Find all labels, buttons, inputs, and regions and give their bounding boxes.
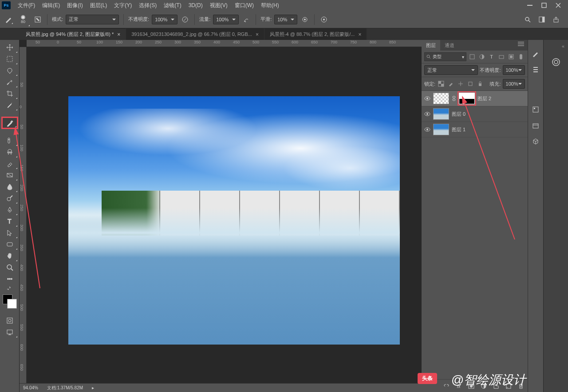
ruler-vertical[interactable]: 50 0 50 100 150 200 250 300 350 400 450 …: [20, 47, 27, 392]
gradient-tool[interactable]: [2, 169, 18, 181]
zoom-tool[interactable]: [2, 262, 18, 273]
filter-shape-icon[interactable]: [497, 53, 505, 61]
hand-tool[interactable]: [2, 250, 18, 262]
dodge-tool[interactable]: [2, 192, 18, 204]
brush-panel-icon[interactable]: [33, 15, 43, 24]
layer-thumbnail[interactable]: [433, 108, 449, 120]
tool-preset-icon[interactable]: [4, 15, 13, 24]
path-select-tool[interactable]: [2, 227, 18, 239]
panel-menu-icon[interactable]: [514, 40, 528, 51]
libraries-icon[interactable]: [531, 121, 540, 130]
menu-type[interactable]: 文字(Y): [110, 2, 135, 9]
expand-icon[interactable]: «: [562, 43, 564, 49]
menu-image[interactable]: 图像(I): [63, 2, 86, 9]
layer-name[interactable]: 图层 1: [452, 126, 465, 133]
document-tab[interactable]: 391634_082313046898_2.jpg @ 66.7% (图层 0,…: [126, 28, 264, 40]
maximize-button[interactable]: [540, 2, 548, 8]
crop-tool[interactable]: [2, 88, 18, 99]
quick-select-tool[interactable]: [2, 76, 18, 88]
layer-filter-select[interactable]: 类型▾: [424, 52, 466, 61]
layer-opacity-input[interactable]: 100%: [503, 65, 525, 75]
clone-stamp-tool[interactable]: [2, 146, 18, 158]
canvas-image[interactable]: [68, 96, 400, 345]
menu-layer[interactable]: 图层(L): [87, 2, 111, 9]
flow-input[interactable]: 100%: [213, 15, 239, 24]
move-tool[interactable]: [2, 42, 18, 53]
menu-file[interactable]: 文件(F): [14, 2, 39, 9]
zoom-level[interactable]: 94.04%: [23, 385, 38, 390]
canvas-area[interactable]: 50 0 50 100 150 200 250 300 350 400 450 …: [20, 40, 422, 392]
menu-edit[interactable]: 编辑(E): [39, 2, 63, 9]
document-tab[interactable]: 风景照.jpg @ 94% (图层 2, 图层蒙版/8) *×: [20, 28, 126, 40]
filter-type-icon[interactable]: T: [488, 53, 496, 61]
layer-thumbnail[interactable]: [433, 124, 449, 135]
brush-tool[interactable]: [2, 117, 18, 129]
brush-preset-picker[interactable]: 80: [16, 12, 30, 27]
smooth-options-icon[interactable]: [300, 15, 310, 24]
screen-mode-icon[interactable]: [2, 326, 18, 338]
visibility-icon[interactable]: [424, 126, 430, 133]
lock-transparency-icon[interactable]: [437, 80, 445, 88]
brush-settings-icon[interactable]: [531, 49, 540, 59]
blur-tool[interactable]: [2, 181, 18, 192]
status-arrow-icon[interactable]: ▸: [92, 385, 94, 390]
layer-item[interactable]: 图层 0: [422, 106, 528, 122]
layer-item[interactable]: 图层 2: [422, 91, 528, 106]
menu-view[interactable]: 视图(V): [206, 2, 231, 9]
visibility-icon[interactable]: [424, 111, 430, 117]
properties-icon[interactable]: [531, 105, 540, 114]
lock-all-icon[interactable]: [476, 80, 484, 88]
minimize-button[interactable]: [526, 2, 533, 8]
menu-window[interactable]: 窗口(W): [231, 2, 257, 9]
lock-position-icon[interactable]: [457, 80, 465, 88]
layer-item[interactable]: 图层 1: [422, 122, 528, 137]
layers-tab[interactable]: 图层: [422, 40, 440, 51]
ruler-horizontal[interactable]: 50 0 50 100 150 200 250 300 350 400 450 …: [27, 40, 422, 47]
link-layers-icon[interactable]: [442, 382, 450, 390]
menu-help[interactable]: 帮助(H): [257, 2, 283, 9]
lock-paint-icon[interactable]: [447, 80, 455, 88]
layer-thumbnail[interactable]: [433, 93, 449, 104]
document-size[interactable]: 文档:1.37M/5.82M: [47, 385, 83, 391]
layer-name[interactable]: 图层 2: [477, 95, 491, 102]
filter-adjust-icon[interactable]: [478, 53, 486, 61]
color-swatch[interactable]: [3, 294, 17, 309]
healing-brush-tool[interactable]: [2, 135, 18, 146]
3d-icon[interactable]: [531, 137, 540, 146]
close-button[interactable]: [555, 2, 562, 8]
filter-pixel-icon[interactable]: [468, 53, 476, 61]
tab-close-icon[interactable]: ×: [117, 31, 120, 38]
layer-name[interactable]: 图层 0: [452, 111, 465, 118]
eraser-tool[interactable]: [2, 158, 18, 169]
tab-close-icon[interactable]: ×: [256, 31, 259, 38]
type-tool[interactable]: T: [2, 216, 18, 227]
quick-mask-icon[interactable]: [2, 315, 18, 326]
pressure-size-icon[interactable]: [319, 15, 329, 24]
channels-tab[interactable]: 通道: [440, 40, 459, 51]
menu-select[interactable]: 选择(S): [135, 2, 160, 9]
marquee-tool[interactable]: [2, 53, 18, 65]
shape-tool[interactable]: [2, 239, 18, 250]
edit-toolbar[interactable]: [2, 273, 18, 285]
layer-mask-thumbnail[interactable]: [459, 93, 475, 104]
fill-input[interactable]: 100%: [503, 79, 525, 89]
filter-smart-icon[interactable]: [507, 53, 515, 61]
airbrush-icon[interactable]: [241, 15, 251, 24]
layer-blend-mode[interactable]: 正常: [424, 65, 478, 75]
visibility-icon[interactable]: [424, 95, 430, 102]
eyedropper-tool[interactable]: [2, 99, 18, 111]
workspace-icon[interactable]: [537, 15, 547, 24]
brushes-icon[interactable]: [531, 65, 540, 74]
tab-close-icon[interactable]: ×: [358, 31, 361, 38]
pen-tool[interactable]: [2, 204, 18, 216]
smooth-input[interactable]: 10%: [274, 15, 297, 24]
lock-artboard-icon[interactable]: [466, 80, 474, 88]
cc-libraries-icon[interactable]: [551, 57, 561, 67]
opacity-input[interactable]: 100%: [152, 15, 178, 24]
swap-colors-icon[interactable]: [2, 285, 18, 294]
document-tab[interactable]: 风景照-4 @ 88.7% (图层 2, 图层蒙版/...×: [264, 28, 367, 40]
search-icon[interactable]: [523, 15, 532, 24]
share-icon[interactable]: [551, 15, 561, 24]
filter-toggle-icon[interactable]: [517, 53, 525, 61]
blend-mode-select[interactable]: 正常: [66, 15, 119, 24]
